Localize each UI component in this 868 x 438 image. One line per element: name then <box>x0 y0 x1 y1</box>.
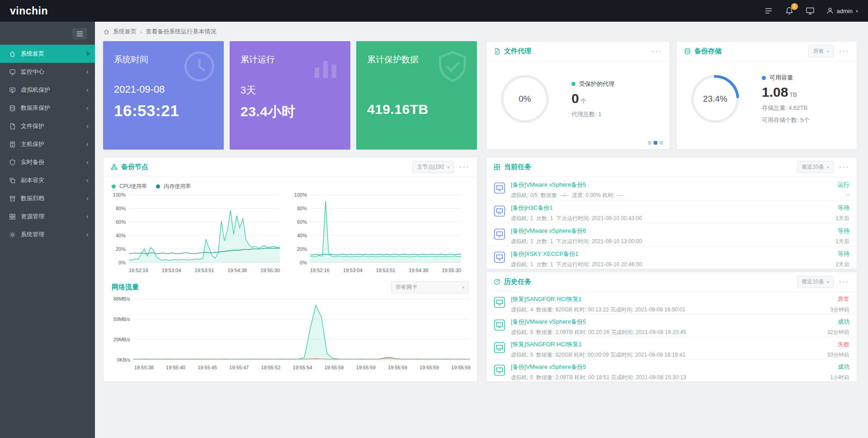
protected-agent-count: 0个 <box>571 91 614 106</box>
pagination-dot-2[interactable] <box>654 141 657 145</box>
x-axis-labels: 19:55:3819:55:4019:55:4519:55:4719:55:52… <box>134 365 471 370</box>
cpu-legend-dot <box>112 184 116 188</box>
x-axis-labels: 19:52:1619:53:0419:53:5119:54:3819:55:30 <box>129 268 280 273</box>
more-menu-button[interactable]: ··· <box>652 47 662 55</box>
y-axis-labels: 100%80%60%40%20%0% <box>111 192 129 265</box>
sidebar-item-replica-dr[interactable]: 副本容灾‹ <box>0 171 95 189</box>
clock-icon <box>181 48 217 85</box>
sidebar-item-label: 系统首页 <box>21 50 44 58</box>
more-menu-button[interactable]: ··· <box>459 163 470 171</box>
more-menu-button[interactable]: ··· <box>839 278 849 286</box>
panel-title: 历史任务 <box>504 278 531 286</box>
task-name-link[interactable]: [备份]VMware vSphere备份5 <box>511 181 623 189</box>
storage-filter-dropdown[interactable]: 所有▾ <box>808 45 834 57</box>
more-menu-button[interactable]: ··· <box>839 47 849 55</box>
task-name-link[interactable]: [备份]H3C备份1 <box>511 204 642 212</box>
task-time: 2天后 <box>835 261 849 268</box>
more-menu-button[interactable]: ··· <box>839 163 849 171</box>
sidebar-item-realtime-backup[interactable]: 实时备份‹ <box>0 153 95 171</box>
node2-usage-chart: 100%80%60%40%20%0% 19:52:1619:53:0419:53… <box>292 195 462 273</box>
vm-task-icon <box>494 182 505 194</box>
memory-legend-label: 内存使用率 <box>164 183 191 190</box>
task-time: 3分钟前 <box>830 306 849 314</box>
task-name-link[interactable]: [备份]VMware vSphere备份5 <box>511 363 686 371</box>
stat-card-system-time: 系统时间 2021-09-08 16:53:21 <box>103 41 224 150</box>
storage-donut-label: 23.4% <box>689 73 741 125</box>
chevron-left-icon: ‹ <box>86 231 89 238</box>
network-traffic-title: 网络流量 <box>112 283 139 292</box>
task-status: 等待 <box>835 250 849 258</box>
task-status: 等待 <box>835 204 849 212</box>
sidebar-item-label: 实时备份 <box>21 158 44 166</box>
chevron-down-icon: ▾ <box>856 9 858 14</box>
task-time: 1小时前 <box>830 374 849 381</box>
storage-donut-chart: 23.4% <box>689 73 741 125</box>
panel-title: 备份节点 <box>121 163 148 171</box>
sidebar-item-database-protection[interactable]: 数据库保护‹ <box>0 99 95 117</box>
task-name-link[interactable]: [恢复]SANGFOR HCI恢复1 <box>511 340 685 349</box>
chevron-left-icon: ‹ <box>86 104 89 112</box>
task-detail: 虚拟机: 1 次数: 1 下次运行时间: 2021-09-10 00:43:00 <box>511 215 642 222</box>
history-icon <box>494 278 500 285</box>
stat-card-uptime: 累计运行 3天 23.4小时 <box>230 41 350 150</box>
sidebar-item-file-protection[interactable]: 文件保护‹ <box>0 117 95 135</box>
network-card-dropdown[interactable]: 所有网卡▾ <box>391 281 469 293</box>
chevron-left-icon: ‹ <box>86 86 89 94</box>
sidebar-item-system-home[interactable]: 系统首页 <box>0 45 95 63</box>
y-axis-labels: 88MB/s59MB/s29MB/s0KB/s <box>111 296 133 363</box>
task-status: 失败 <box>827 340 849 349</box>
task-name-link[interactable]: [恢复]SANGFOR HCI恢复1 <box>511 295 685 303</box>
console-monitor-icon[interactable] <box>806 6 815 15</box>
task-row: [备份]VMware vSphere备份5 虚拟机: 5 数据量: 2.09TB… <box>486 315 857 337</box>
sidebar-item-host-protection[interactable]: 主机保护‹ <box>0 135 95 153</box>
task-detail: 虚拟机: 5 数据量: 2.09TB 耗时: 00:20:26 完成时间: 20… <box>511 329 686 336</box>
agent-donut-label: 0% <box>499 73 551 125</box>
task-name-link[interactable]: [备份]XSKY XECCP备份1 <box>511 250 642 258</box>
node-sitemap-icon <box>111 164 118 170</box>
report-list-icon[interactable] <box>764 6 773 15</box>
panel-file-agent: 文件代理 ··· 0% 受保护的代理 0个 代理总数: 1 <box>486 41 670 150</box>
sidebar-collapse-button[interactable] <box>72 28 87 39</box>
host-server-icon <box>9 141 16 148</box>
panel-history-tasks: 历史任务 最近10条▾ ··· [恢复]SANGFOR HCI恢复1 虚拟机: … <box>486 272 857 382</box>
notifications-bell-icon[interactable]: 2 <box>785 6 794 15</box>
user-name: admin <box>837 8 853 14</box>
database-icon <box>9 105 16 112</box>
task-row: [备份]H3C备份1 虚拟机: 1 次数: 1 下次运行时间: 2021-09-… <box>486 200 857 223</box>
task-detail: 虚拟机: 5 数据量: 2.09TB 耗时: 00:18:51 完成时间: 20… <box>511 374 686 381</box>
app-logo[interactable]: vinchin <box>10 5 48 17</box>
hamburger-icon <box>76 31 83 37</box>
storage-count: 可用存储个数: 5个 <box>762 116 809 124</box>
pagination-dot-3[interactable] <box>660 141 663 145</box>
sidebar-item-label: 系统管理 <box>21 231 44 239</box>
vm-task-icon <box>494 319 505 331</box>
task-status: 成功 <box>827 318 849 326</box>
task-row: [备份]VMware vSphere备份5 虚拟机: 0/5 数据量: --/-… <box>486 177 857 200</box>
storage-database-icon <box>684 48 691 55</box>
sidebar-item-monitor-center[interactable]: 监控中心‹ <box>0 63 95 81</box>
history-tasks-filter-dropdown[interactable]: 最近10条▾ <box>797 276 834 288</box>
sidebar-menu: 系统首页 监控中心‹ 虚拟机保护‹ 数据库保护‹ 文件保护‹ 主机保护‹ 实时备… <box>0 45 95 244</box>
task-detail: 虚拟机: 4 数据量: 820GB 耗时: 00:13:22 完成时间: 202… <box>511 306 685 314</box>
sidebar-item-vm-protection[interactable]: 虚拟机保护‹ <box>0 81 95 99</box>
task-name-link[interactable]: [备份]VMware vSphere备份6 <box>511 227 642 235</box>
sidebar-item-resource-management[interactable]: 资源管理‹ <box>0 207 95 226</box>
task-name-link[interactable]: [备份]VMware vSphere备份5 <box>511 318 686 326</box>
y-axis-labels: 100%80%60%40%20%0% <box>292 192 310 265</box>
sidebar-item-system-management[interactable]: 系统管理‹ <box>0 226 95 244</box>
node-filter-dropdown[interactable]: 主节点(192▾ <box>412 161 454 173</box>
user-menu[interactable]: admin ▾ <box>826 7 858 14</box>
sidebar-item-label: 数据库保护 <box>21 104 50 112</box>
topbar: vinchin 2 admin ▾ <box>0 0 868 22</box>
chevron-left-icon: ‹ <box>86 159 89 166</box>
sidebar-item-label: 主机保护 <box>21 140 44 148</box>
bar-chart-icon <box>308 48 344 85</box>
sidebar-item-data-archive[interactable]: 数据归档‹ <box>0 189 95 207</box>
pagination-dot-1[interactable] <box>648 141 651 145</box>
spacer-line <box>367 84 466 96</box>
chevron-down-icon: ▾ <box>447 165 449 170</box>
current-tasks-filter-dropdown[interactable]: 最近10条▾ <box>797 161 834 173</box>
protected-data-total: 419.16TB <box>367 102 466 117</box>
breadcrumb-home[interactable]: 系统首页 <box>113 28 137 36</box>
task-detail: 虚拟机: 1 次数: 1 下次运行时间: 2021-09-10 13:00:00 <box>511 238 642 245</box>
